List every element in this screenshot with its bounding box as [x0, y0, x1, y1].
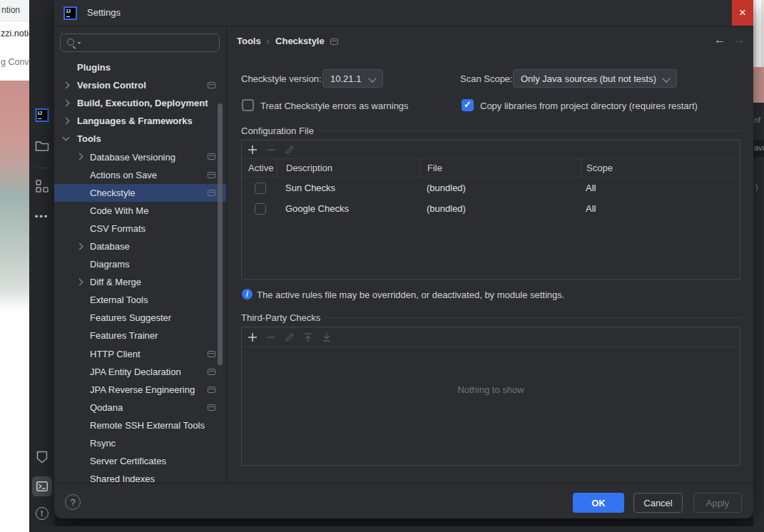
- ide-tool-strip: ••• !: [29, 0, 54, 532]
- sidebar-item-diff-merge[interactable]: Diff & Merge: [54, 273, 227, 291]
- cancel-button[interactable]: Cancel: [633, 493, 683, 513]
- chevron-right-icon[interactable]: [63, 118, 70, 125]
- sidebar-item-label: Qodana: [90, 402, 123, 413]
- settings-page-icon: [208, 153, 215, 160]
- section-divider: [320, 131, 740, 131]
- row-scope: All: [581, 183, 740, 193]
- active-checkbox[interactable]: [255, 203, 266, 215]
- sidebar-item-label: JPA Reverse Engineering: [90, 384, 195, 395]
- remove-button[interactable]: [265, 144, 277, 155]
- treat-errors-checkbox[interactable]: [242, 99, 254, 111]
- breadcrumb-parent[interactable]: Tools: [237, 36, 261, 46]
- terminal-icon[interactable]: [32, 476, 52, 496]
- empty-list-label: Nothing to show: [242, 384, 740, 395]
- row-file: (bundled): [419, 183, 581, 193]
- sidebar-item-shared-indexes[interactable]: Shared Indexes: [54, 470, 227, 483]
- third-party-toolbar: [242, 327, 740, 347]
- sidebar-item-diagrams[interactable]: Diagrams: [54, 255, 227, 273]
- sidebar-item-build-execution-deployment[interactable]: Build, Execution, Deployment: [54, 94, 227, 112]
- copy-libraries-checkbox[interactable]: [462, 99, 474, 111]
- version-value: 10.21.1: [330, 73, 361, 84]
- project-folder-icon[interactable]: [35, 140, 49, 152]
- breadcrumb-separator-icon: ›: [267, 36, 270, 46]
- sidebar-item-server-certificates[interactable]: Server Certificates: [54, 452, 227, 470]
- services-shield-icon[interactable]: [36, 451, 48, 464]
- sidebar-item-checkstyle[interactable]: Checkstyle: [54, 184, 227, 202]
- row-file: (bundled): [419, 203, 581, 214]
- help-button[interactable]: ?: [65, 494, 81, 510]
- scan-scope-label: Scan Scope:: [460, 73, 513, 84]
- apply-button[interactable]: Apply: [693, 493, 742, 513]
- config-file-toolbar: [242, 140, 740, 159]
- move-down-button[interactable]: [321, 332, 332, 343]
- edit-button[interactable]: [284, 144, 295, 155]
- add-button[interactable]: [247, 144, 258, 155]
- chevron-down-icon[interactable]: [63, 134, 70, 141]
- sidebar-item-label: Languages & Frameworks: [77, 116, 193, 126]
- sidebar-item-code-with-me[interactable]: Code With Me: [54, 202, 227, 220]
- chevron-right-icon[interactable]: [76, 153, 83, 160]
- sidebar-item-label: External Tools: [90, 295, 148, 305]
- table-row[interactable]: Sun Checks(bundled)All: [242, 178, 740, 198]
- sidebar-item-csv-formats[interactable]: CSV Formats: [54, 220, 227, 237]
- sidebar-item-features-trainer[interactable]: Features Trainer: [54, 327, 227, 344]
- add-button[interactable]: [247, 332, 258, 343]
- wallpaper-strip: [753, 67, 764, 103]
- search-icon: [67, 39, 74, 46]
- structure-icon[interactable]: [36, 180, 49, 193]
- config-file-section-label: Configuration File: [241, 126, 314, 136]
- active-checkbox[interactable]: [255, 183, 266, 194]
- dialog-footer: ? OK Cancel Apply: [54, 483, 753, 518]
- sidebar-scrollbar[interactable]: [218, 103, 223, 365]
- chevron-right-icon[interactable]: [63, 82, 70, 89]
- search-options-caret-icon[interactable]: [77, 42, 81, 44]
- sidebar-item-jpa-reverse-engineering[interactable]: JPA Reverse Engineering: [54, 381, 227, 399]
- sidebar-item-plugins[interactable]: Plugins: [54, 58, 227, 76]
- sidebar-item-features-suggester[interactable]: Features Suggester: [54, 309, 227, 327]
- remove-button[interactable]: [265, 332, 277, 343]
- sidebar-item-tools[interactable]: Tools: [54, 130, 227, 148]
- move-up-button[interactable]: [302, 332, 314, 343]
- sidebar-item-qodana[interactable]: Qodana: [54, 399, 227, 416]
- sidebar-item-database-versioning[interactable]: Database Versioning: [54, 148, 227, 165]
- copy-libraries-label[interactable]: Copy libraries from project directory (r…: [480, 101, 698, 111]
- sidebar-item-external-tools[interactable]: External Tools: [54, 291, 227, 309]
- table-row[interactable]: Google Checks(bundled)All: [242, 198, 740, 219]
- sidebar-item-label: JPA Entity Declaration: [90, 367, 181, 377]
- sidebar-item-label: Database Versioning: [90, 152, 175, 163]
- sidebar-item-version-control[interactable]: Version Control: [54, 76, 227, 94]
- search-box[interactable]: [60, 34, 220, 52]
- column-header-active: Active: [242, 159, 277, 177]
- sidebar-item-label: Version Control: [77, 80, 146, 91]
- treat-errors-label[interactable]: Treat Checkstyle errors as warnings: [260, 101, 409, 111]
- sidebar-item-languages-frameworks[interactable]: Languages & Frameworks: [54, 112, 227, 130]
- row-description: Sun Checks: [277, 183, 419, 193]
- search-input[interactable]: [83, 36, 215, 50]
- settings-tree: PluginsVersion ControlBuild, Execution, …: [54, 58, 227, 483]
- dialog-title-bar: Settings ×: [54, 0, 753, 26]
- version-dropdown[interactable]: 10.21.1: [322, 69, 383, 88]
- sidebar-item-actions-on-save[interactable]: Actions on Save: [54, 166, 227, 184]
- ok-button[interactable]: OK: [573, 493, 624, 513]
- more-tool-windows-icon[interactable]: •••: [35, 211, 49, 222]
- chevron-right-icon[interactable]: [76, 279, 83, 286]
- sidebar-item-http-client[interactable]: HTTP Client: [54, 345, 227, 363]
- scan-scope-dropdown[interactable]: Only Java sources (but not tests): [513, 69, 677, 88]
- sidebar-item-jpa-entity-declaration[interactable]: JPA Entity Declaration: [54, 363, 227, 381]
- problems-icon[interactable]: !: [36, 507, 49, 520]
- settings-page-icon: [208, 190, 215, 196]
- third-party-panel: Nothing to show: [241, 327, 740, 466]
- forward-arrow-icon[interactable]: →: [734, 34, 745, 46]
- back-arrow-icon[interactable]: ←: [714, 34, 725, 46]
- row-description: Google Checks: [277, 203, 419, 214]
- sidebar-item-label: Rsync: [90, 438, 116, 449]
- close-button[interactable]: ×: [732, 0, 753, 26]
- sidebar-item-remote-ssh-external-tools[interactable]: Remote SSH External Tools: [54, 416, 227, 434]
- config-table-rows: Sun Checks(bundled)AllGoogle Checks(bund…: [242, 178, 740, 219]
- sidebar-item-label: HTTP Client: [90, 349, 141, 359]
- sidebar-item-database[interactable]: Database: [54, 237, 227, 255]
- chevron-right-icon[interactable]: [76, 242, 83, 250]
- sidebar-item-rsync[interactable]: Rsync: [54, 434, 227, 452]
- chevron-right-icon[interactable]: [63, 100, 70, 107]
- edit-button[interactable]: [284, 332, 295, 343]
